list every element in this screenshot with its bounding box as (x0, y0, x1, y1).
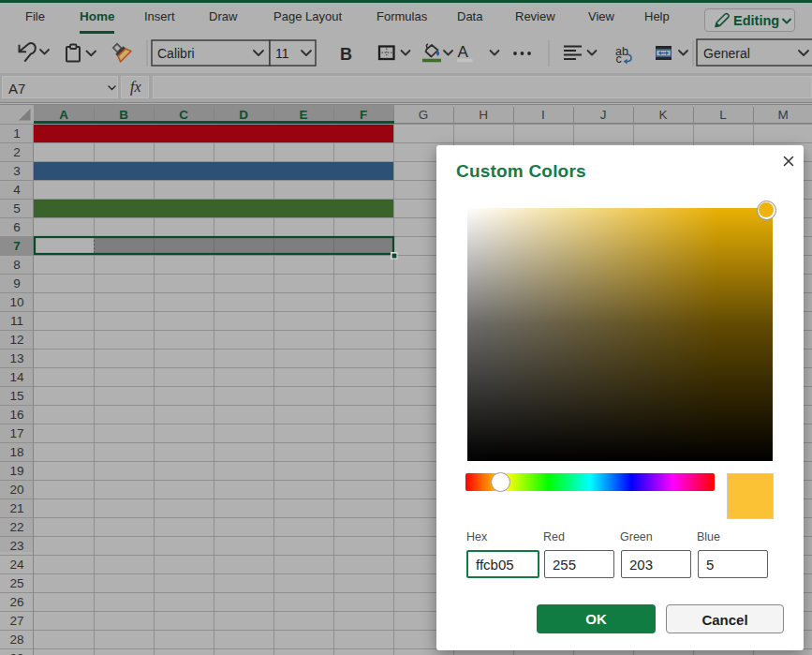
svg-text:6: 6 (13, 220, 21, 234)
svg-text:5: 5 (13, 201, 21, 216)
svg-text:B: B (340, 45, 352, 64)
svg-text:I: I (541, 108, 545, 122)
svg-text:M: M (777, 108, 788, 122)
svg-text:19: 19 (9, 464, 23, 478)
svg-text:15: 15 (9, 389, 23, 403)
svg-text:2: 2 (13, 145, 21, 159)
svg-text:29: 29 (9, 651, 23, 655)
svg-text:A: A (458, 43, 469, 61)
svg-text:20: 20 (9, 483, 23, 497)
svg-text:B: B (119, 108, 128, 122)
svg-text:G: G (419, 108, 429, 122)
svg-text:18: 18 (9, 445, 23, 459)
svg-text:7: 7 (13, 239, 21, 253)
svg-text:A: A (59, 108, 68, 122)
svg-text:28: 28 (9, 633, 23, 647)
svg-text:L: L (719, 108, 727, 122)
svg-text:24: 24 (9, 558, 24, 572)
svg-text:26: 26 (9, 595, 23, 609)
svg-text:3: 3 (13, 164, 21, 178)
svg-text:D: D (239, 108, 248, 122)
svg-text:23: 23 (9, 539, 23, 553)
svg-text:c: c (616, 52, 622, 66)
svg-text:Calibri: Calibri (157, 46, 195, 61)
svg-text:H: H (479, 108, 488, 122)
svg-text:27: 27 (9, 614, 23, 628)
svg-text:1: 1 (13, 127, 21, 141)
svg-text:11: 11 (275, 46, 289, 61)
svg-text:4: 4 (13, 183, 21, 197)
svg-text:E: E (299, 108, 307, 122)
svg-text:K: K (658, 108, 667, 122)
svg-text:C: C (179, 108, 188, 122)
svg-text:10: 10 (9, 295, 23, 309)
svg-text:21: 21 (9, 501, 23, 515)
svg-text:17: 17 (9, 426, 23, 440)
svg-text:9: 9 (13, 276, 21, 290)
svg-text:14: 14 (9, 370, 24, 384)
svg-text:22: 22 (9, 520, 23, 534)
svg-text:F: F (360, 108, 367, 122)
svg-text:J: J (600, 108, 607, 122)
svg-text:General: General (703, 46, 750, 61)
svg-text:25: 25 (9, 576, 23, 590)
svg-text:16: 16 (9, 408, 23, 422)
svg-text:8: 8 (13, 258, 21, 272)
svg-text:12: 12 (9, 333, 23, 347)
svg-text:11: 11 (10, 314, 23, 328)
svg-text:13: 13 (9, 351, 23, 365)
